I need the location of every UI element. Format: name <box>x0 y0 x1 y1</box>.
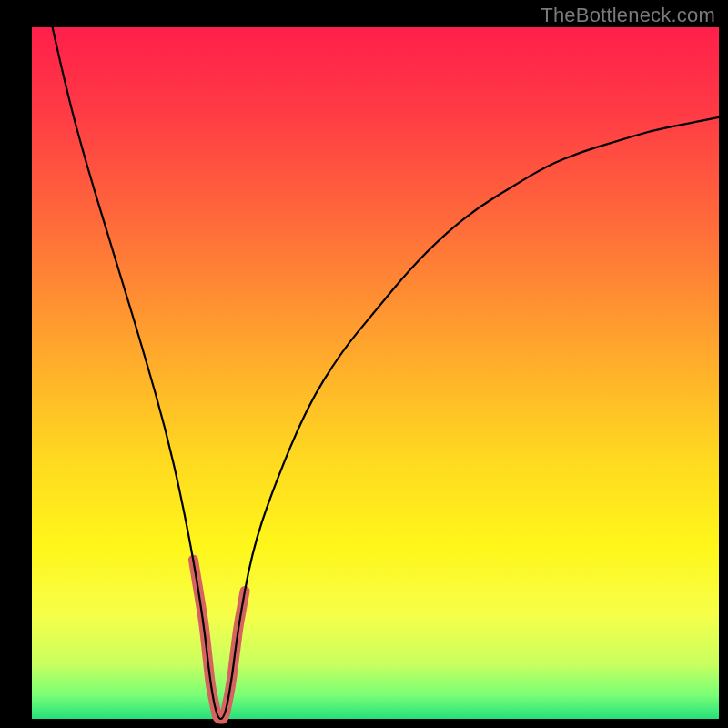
watermark-text: TheBottleneck.com <box>541 4 715 27</box>
bottleneck-chart <box>0 0 728 728</box>
chart-frame: TheBottleneck.com <box>0 0 728 728</box>
plot-background <box>32 27 719 719</box>
